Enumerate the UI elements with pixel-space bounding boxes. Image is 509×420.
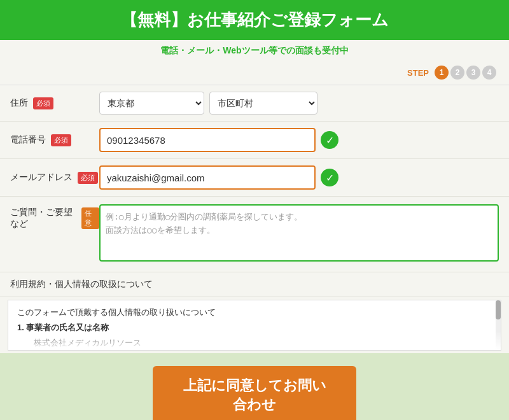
prefecture-select[interactable]: 東京都 大阪府 神奈川県	[99, 92, 204, 115]
subtitle-text: 電話・メール・Webツール等での面談も受付中	[160, 45, 348, 55]
email-row: メールアドレス 必須 ✓	[0, 159, 509, 197]
page-title: 【無料】お仕事紹介ご登録フォーム	[13, 9, 496, 31]
phone-label: 電話番号 必須	[10, 134, 99, 146]
button-area: 上記に同意してお問い合わせ ＜ 前に戻る	[0, 353, 509, 420]
terms-item1-value: 株式会社メディカルリソース	[17, 337, 492, 349]
step-2: 2	[450, 66, 464, 80]
terms-box: このフォームで頂戴する個人情報の取り扱いについて 1. 事業者の氏名又は名称 株…	[8, 300, 501, 351]
question-label: ご質問・ご要望など 任意	[10, 204, 99, 230]
step-1: 1	[435, 66, 449, 80]
email-input-area: ✓	[99, 165, 499, 190]
terms-section-title: 利用規約・個人情報の取扱について	[0, 272, 509, 297]
address-label: 住所 必須	[10, 97, 99, 109]
question-row: ご質問・ご要望など 任意 例:○月より通勤○分圏内の調剤薬局を探しています。 面…	[0, 197, 509, 272]
email-required-badge: 必須	[78, 172, 98, 184]
phone-required-badge: 必須	[51, 134, 71, 146]
city-select[interactable]: 市区町村	[209, 92, 317, 115]
question-optional-badge: 任意	[81, 207, 99, 229]
subtitle-bar: 電話・メール・Webツール等での面談も受付中	[0, 40, 509, 62]
step-label: STEP	[407, 68, 429, 78]
question-textarea-wrap: 例:○月より通勤○分圏内の調剤薬局を探しています。 面談方法は○○を希望します。	[99, 204, 499, 264]
email-label: メールアドレス 必須	[10, 172, 99, 184]
question-textarea[interactable]: 例:○月より通勤○分圏内の調剤薬局を探しています。 面談方法は○○を希望します。	[99, 204, 499, 262]
step-bar: STEP 1 2 3 4	[0, 62, 509, 85]
scrollbar[interactable]	[496, 300, 501, 350]
form-container: 住所 必須 東京都 大阪府 神奈川県 市区町村 電話番号 必須 ✓ メールアドレ…	[0, 85, 509, 353]
submit-button[interactable]: 上記に同意してお問い合わせ	[153, 366, 356, 420]
phone-input-area: ✓	[99, 128, 499, 152]
page-header: 【無料】お仕事紹介ご登録フォーム	[0, 0, 509, 40]
step-3: 3	[466, 66, 480, 80]
address-inputs: 東京都 大阪府 神奈川県 市区町村	[99, 92, 499, 115]
phone-input[interactable]	[99, 128, 316, 152]
address-row: 住所 必須 東京都 大阪府 神奈川県 市区町村	[0, 85, 509, 122]
phone-row: 電話番号 必須 ✓	[0, 122, 509, 159]
terms-item1-title: 1. 事業者の氏名又は名称	[17, 322, 492, 333]
email-check-icon: ✓	[321, 169, 338, 186]
email-input[interactable]	[99, 165, 316, 190]
scrollbar-thumb	[496, 300, 501, 319]
terms-intro: このフォームで頂戴する個人情報の取り扱いについて	[17, 307, 492, 318]
phone-check-icon: ✓	[321, 131, 338, 149]
step-4: 4	[482, 66, 496, 80]
address-required-badge: 必須	[33, 97, 53, 109]
